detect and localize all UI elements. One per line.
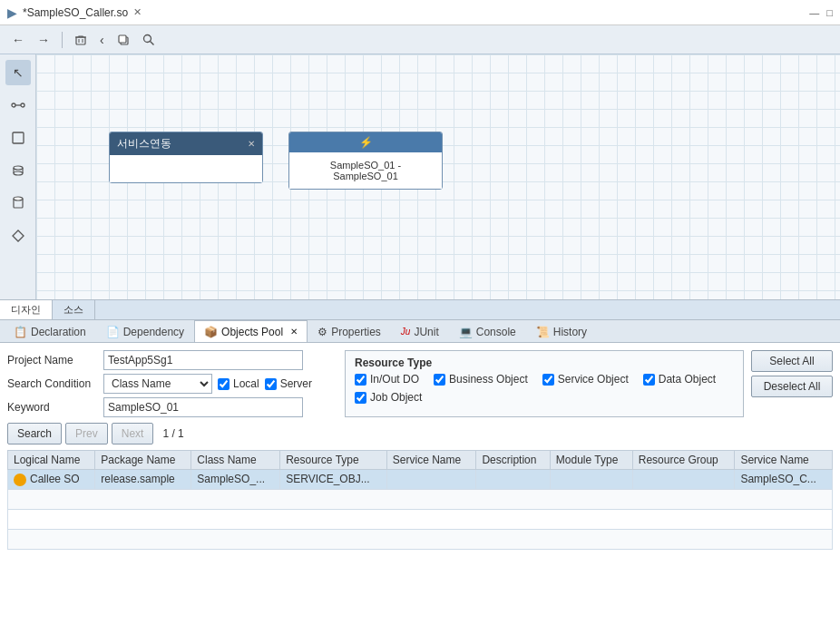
resource-checkboxes: In/Out DO Business Object Service Object (355, 373, 734, 404)
history-tab-label: History (553, 326, 587, 338)
connect-tool-button[interactable] (5, 93, 31, 118)
business-object-checkbox[interactable] (434, 374, 445, 386)
svg-rect-0 (76, 37, 85, 44)
project-name-label: Project Name (7, 354, 98, 366)
tab-history[interactable]: 📜 History (526, 320, 597, 342)
svg-point-8 (12, 103, 15, 107)
col-service-name: Service Name (386, 451, 476, 470)
svg-rect-5 (119, 35, 126, 43)
next-button[interactable]: Next (112, 423, 154, 444)
col-description: Description (476, 451, 550, 470)
cylinder-tool-button[interactable] (5, 158, 31, 183)
table-row[interactable]: Callee SO release.sample SampleSO_... SE… (8, 470, 833, 490)
source-tab[interactable]: 소스 (53, 300, 95, 319)
data-object-checkbox-label[interactable]: Data Object (643, 373, 716, 386)
project-name-row: Project Name (7, 350, 334, 370)
col-module-type: Module Type (550, 451, 632, 470)
cell-service-name-right: SampleSO_C... (735, 470, 833, 490)
page-info: 1 / 1 (162, 427, 183, 440)
row-icon (14, 474, 26, 486)
tab-declaration[interactable]: 📋 Declaration (4, 320, 96, 342)
keyword-input[interactable] (103, 397, 303, 417)
maximize-button[interactable]: □ (826, 7, 833, 18)
service-object-checkbox[interactable] (542, 374, 554, 386)
svg-point-17 (14, 197, 23, 200)
tab-close-icon[interactable]: ✕ (133, 6, 142, 18)
tab-junit[interactable]: Ju JUnit (391, 320, 449, 342)
svg-line-7 (150, 41, 153, 44)
search-button-main[interactable]: Search (7, 423, 62, 444)
minimize-button[interactable]: — (809, 7, 819, 18)
table-container: Logical Name Package Name Class Name Res… (7, 450, 833, 550)
objects-pool-tab-label: Objects Pool (221, 326, 283, 338)
deselect-all-button[interactable]: Deselect All (751, 376, 833, 397)
forward-button[interactable]: → (33, 30, 54, 50)
select-all-button[interactable]: Select All (751, 350, 833, 372)
service-node-close[interactable]: ✕ (248, 139, 255, 149)
resource-type-box: Resource Type In/Out DO Business Object (345, 350, 744, 417)
svg-marker-18 (13, 230, 24, 241)
local-checkbox[interactable] (218, 378, 230, 390)
prev-nav-button[interactable]: ‹ (95, 30, 109, 50)
resource-type-title: Resource Type (355, 357, 734, 369)
inout-do-label: In/Out DO (370, 373, 419, 386)
prev-button[interactable]: Prev (65, 423, 108, 444)
inout-do-checkbox-label[interactable]: In/Out DO (355, 373, 419, 386)
tab-dependency[interactable]: 📄 Dependency (96, 320, 194, 342)
objects-pool-tab-close[interactable]: ✕ (290, 327, 298, 337)
service-node[interactable]: 서비스연동 ✕ (109, 132, 263, 183)
service-node-body (110, 155, 262, 182)
local-checkbox-label[interactable]: Local (218, 377, 259, 390)
junit-tab-label: JUnit (414, 326, 438, 338)
tab-objects-pool[interactable]: 📦 Objects Pool ✕ (194, 320, 308, 342)
back-button[interactable]: ← (7, 30, 29, 50)
box-tool-button[interactable] (5, 125, 31, 151)
job-object-label: Job Object (370, 391, 422, 404)
keyword-label: Keyword (7, 401, 98, 414)
inout-do-checkbox[interactable] (355, 374, 366, 386)
right-buttons: Select All Deselect All (751, 350, 833, 417)
server-checkbox[interactable] (265, 378, 277, 390)
sample-node-header: ⚡ (289, 132, 442, 152)
console-tab-icon: 💻 (459, 326, 473, 338)
properties-tab-icon: ⚙ (317, 326, 327, 338)
service-object-checkbox-label[interactable]: Service Object (542, 373, 629, 386)
left-toolbar: ↖ (0, 54, 36, 299)
objects-pool-tab-icon: 📦 (204, 326, 218, 338)
service-node-header: 서비스연동 ✕ (110, 132, 262, 155)
copy-button[interactable] (112, 31, 134, 49)
sample-node[interactable]: ⚡ SampleSO_01 - SampleSO_01 (288, 132, 443, 190)
project-name-input[interactable] (103, 350, 303, 370)
search-button[interactable] (138, 31, 160, 49)
svg-point-6 (143, 34, 151, 42)
job-object-checkbox[interactable] (355, 392, 366, 404)
cell-logical-name: Callee SO (8, 470, 95, 490)
form-left: Project Name Search Condition Class Name… (7, 350, 334, 417)
tab-properties[interactable]: ⚙ Properties (308, 320, 391, 342)
cell-class-name: SampleSO_... (191, 470, 280, 490)
cylinder2-tool-button[interactable] (5, 190, 31, 216)
objects-pool-panel: Project Name Search Condition Class Name… (0, 343, 840, 635)
svg-point-15 (14, 171, 23, 175)
title-bar: ▶ *SampleSO_Caller.so ✕ — □ (0, 0, 840, 25)
bottom-tab-bar: 📋 Declaration 📄 Dependency 📦 Objects Poo… (0, 319, 840, 343)
col-package-name: Package Name (95, 451, 191, 470)
diamond-tool-button[interactable] (5, 223, 31, 249)
delete-button[interactable] (70, 31, 92, 49)
result-table: Logical Name Package Name Class Name Res… (7, 450, 833, 550)
canvas-content[interactable]: 서비스연동 ✕ ⚡ SampleSO_01 - SampleSO_01 (36, 54, 840, 299)
search-condition-row: Search Condition Class Name Service Name… (7, 374, 334, 394)
server-checkbox-label[interactable]: Server (265, 377, 312, 390)
data-object-checkbox[interactable] (643, 374, 655, 386)
design-tab[interactable]: 디자인 (0, 300, 53, 319)
search-condition-select[interactable]: Class Name Service Name Logical Name (103, 374, 212, 394)
job-object-checkbox-label[interactable]: Job Object (355, 391, 422, 404)
table-header-row: Logical Name Package Name Class Name Res… (8, 451, 833, 470)
tab-console[interactable]: 💻 Console (449, 320, 526, 342)
junit-tab-icon: Ju (401, 327, 411, 337)
sample-node-body: SampleSO_01 - SampleSO_01 (289, 152, 442, 189)
business-object-checkbox-label[interactable]: Business Object (434, 373, 528, 386)
service-node-title: 서비스연동 (117, 136, 171, 151)
local-label: Local (233, 377, 259, 390)
select-tool-button[interactable]: ↖ (5, 60, 31, 85)
